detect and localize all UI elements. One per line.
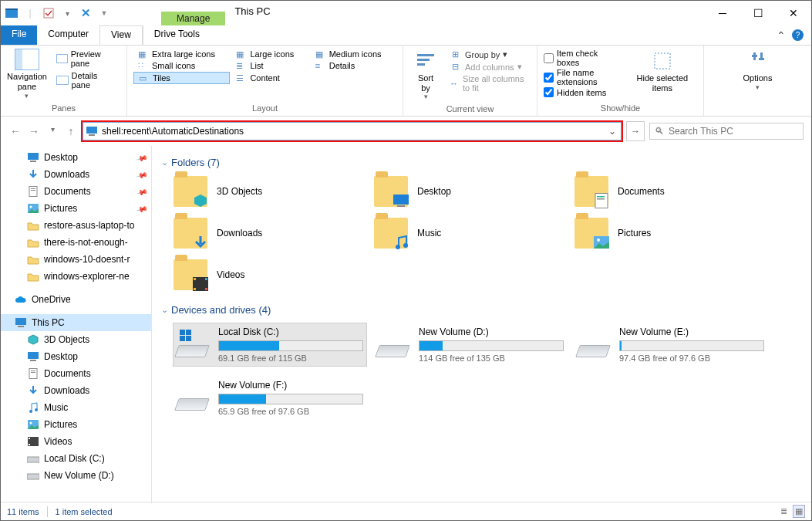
folder-3d-objects[interactable]: 3D Objects [174, 176, 366, 207]
drive-local-disk-c-[interactable]: Local Disk (C:) 69.1 GB free of 115 GB [174, 323, 366, 366]
tree-this-pc[interactable]: This PC [1, 314, 151, 331]
tree-pc-videos[interactable]: Videos [1, 433, 151, 450]
tree-pc-desktop[interactable]: Desktop [1, 348, 151, 365]
tab-view[interactable]: View [99, 25, 143, 45]
svg-rect-38 [595, 194, 608, 208]
group-panes: Navigation pane ▾ Preview pane Details p… [1, 46, 127, 116]
svg-point-28 [35, 408, 38, 411]
folder-downloads[interactable]: Downloads [174, 218, 366, 249]
drive-new-volume-d-[interactable]: New Volume (D:) 114 GB free of 135 GB [374, 323, 567, 366]
checkbox-icon[interactable] [41, 5, 56, 21]
minimize-button[interactable]: ─ [705, 1, 740, 25]
tab-drive-tools[interactable]: Drive Tools [143, 25, 211, 45]
drive-new-volume-e-[interactable]: New Volume (E:) 97.4 GB free of 97.6 GB [574, 323, 767, 366]
folder-music[interactable]: Music [374, 218, 567, 249]
help-icon[interactable]: ? [792, 29, 804, 41]
address-bar[interactable]: ⌄ [83, 122, 622, 140]
svg-rect-37 [397, 205, 405, 207]
size-columns-button[interactable]: ↔Size all columns to fit [446, 73, 531, 93]
layout-tiles[interactable]: ▭Tiles [133, 72, 230, 84]
content-pane[interactable]: ⌄Folders (7) 3D Objects Desktop Document… [152, 146, 811, 503]
svg-rect-25 [31, 370, 35, 371]
navigation-tree[interactable]: Desktop📌Downloads📌Documents📌Pictures📌res… [1, 146, 152, 503]
tree-quick-windows-explorer-ne[interactable]: windows-explorer-ne [1, 268, 151, 285]
layout-small[interactable]: ∷Small icons [133, 60, 230, 71]
file-extensions-toggle[interactable]: File name extensions [544, 68, 620, 86]
tree-pc-pictures[interactable]: Pictures [1, 416, 151, 433]
address-input[interactable] [100, 123, 605, 140]
svg-rect-4 [417, 59, 430, 61]
svg-rect-14 [30, 161, 36, 162]
drive-icon [578, 326, 612, 357]
address-history-icon[interactable]: ⌄ [605, 126, 619, 137]
tree-onedrive[interactable]: OneDrive [1, 291, 151, 308]
layout-xl[interactable]: ▦Extra large icons [133, 49, 230, 59]
go-button[interactable]: → [626, 121, 645, 141]
status-selected: 1 item selected [56, 507, 113, 516]
maximize-button[interactable]: ☐ [740, 1, 776, 25]
view-tiles-icon[interactable]: ▦ [793, 505, 805, 518]
svg-rect-26 [31, 372, 35, 373]
folder-desktop[interactable]: Desktop [374, 176, 567, 207]
tree-pc-local-disk-c-[interactable]: Local Disk (C:) [1, 450, 151, 467]
layout-large[interactable]: ▦Large icons [231, 49, 308, 59]
computer-icon [83, 126, 100, 137]
add-columns-button[interactable]: ⊟Add columns ▾ [446, 61, 531, 73]
qat-customizer-icon[interactable]: ▼ [96, 5, 112, 21]
tree-pc-music[interactable]: Music [1, 399, 151, 416]
folders-header[interactable]: ⌄Folders (7) [161, 157, 802, 168]
tree-quick-pictures[interactable]: Pictures📌 [1, 200, 151, 217]
tree-quick-windows-10-doesnt-r[interactable]: windows-10-doesnt-r [1, 251, 151, 268]
layout-details[interactable]: ≡Details [311, 60, 396, 71]
preview-pane-button[interactable]: Preview pane [53, 49, 120, 69]
tab-computer[interactable]: Computer [37, 25, 99, 45]
tree-pc-3d-objects[interactable]: 3D Objects [1, 331, 151, 348]
folder-videos[interactable]: Videos [174, 259, 366, 290]
group-show-hide-label: Show/hide [544, 102, 697, 114]
pin-icon: 📌 [136, 202, 148, 215]
recent-locations-icon[interactable]: ▾ [45, 125, 59, 137]
sort-by-button[interactable]: Sort by ▾ [409, 49, 442, 103]
down-icon [27, 168, 39, 181]
disk-icon [27, 469, 39, 482]
up-button[interactable]: ↑ [64, 125, 78, 137]
search-box[interactable]: 🔍︎ [649, 123, 804, 140]
options-button[interactable]: Options ▾ [710, 49, 805, 93]
tree-quick-documents[interactable]: Documents📌 [1, 183, 151, 200]
view-details-icon[interactable]: ≣ [778, 505, 790, 518]
collapse-ribbon-icon[interactable]: ⌃ [777, 29, 786, 42]
navigation-bar: ← → ▾ ↑ ⌄ → 🔍︎ [1, 117, 811, 146]
tree-quick-desktop[interactable]: Desktop📌 [1, 149, 151, 166]
manage-context-tab[interactable]: Manage [161, 12, 225, 25]
drives-header[interactable]: ⌄Devices and drives (4) [161, 304, 802, 316]
layout-list[interactable]: ≣List [231, 60, 308, 71]
close-button[interactable]: ✕ [776, 1, 811, 25]
layout-content[interactable]: ☰Content [231, 72, 308, 84]
qat-dropdown-icon[interactable]: ▾ [59, 5, 75, 21]
tree-quick-downloads[interactable]: Downloads📌 [1, 166, 151, 183]
status-bar: 11 items 1 item selected ≣ ▦ [1, 502, 811, 520]
item-checkboxes-toggle[interactable]: Item check boxes [544, 49, 620, 67]
desktop-icon [27, 350, 39, 363]
search-input[interactable] [669, 126, 798, 137]
folder-pictures[interactable]: Pictures [574, 218, 767, 249]
tree-pc-documents[interactable]: Documents [1, 365, 151, 382]
svg-rect-49 [205, 288, 207, 290]
tab-file[interactable]: File [1, 25, 37, 45]
tree-quick-there-is-not-enough-[interactable]: there-is-not-enough- [1, 234, 151, 251]
drive-new-volume-f-[interactable]: New Volume (F:) 65.9 GB free of 97.6 GB [174, 377, 366, 419]
layout-medium[interactable]: ▦Medium icons [311, 49, 396, 59]
hide-selected-button[interactable]: Hide selected items [628, 49, 697, 97]
hidden-items-toggle[interactable]: Hidden items [544, 87, 620, 97]
back-button[interactable]: ← [8, 125, 22, 137]
tree-quick-restore-asus-laptop-to[interactable]: restore-asus-laptop-to [1, 217, 151, 234]
folder-documents[interactable]: Documents [574, 176, 767, 207]
group-by-button[interactable]: ⊞Group by ▾ [446, 49, 531, 60]
details-pane-button[interactable]: Details pane [53, 70, 120, 90]
tree-pc-downloads[interactable]: Downloads [1, 382, 151, 399]
forward-button[interactable]: → [27, 125, 41, 137]
navigation-pane-label: Navigation pane [7, 72, 47, 92]
navigation-pane-button[interactable]: Navigation pane ▾ [7, 49, 47, 100]
tree-pc-new-volume-d-[interactable]: New Volume (D:) [1, 467, 151, 484]
close-window-icon[interactable]: ✕ [78, 5, 93, 21]
